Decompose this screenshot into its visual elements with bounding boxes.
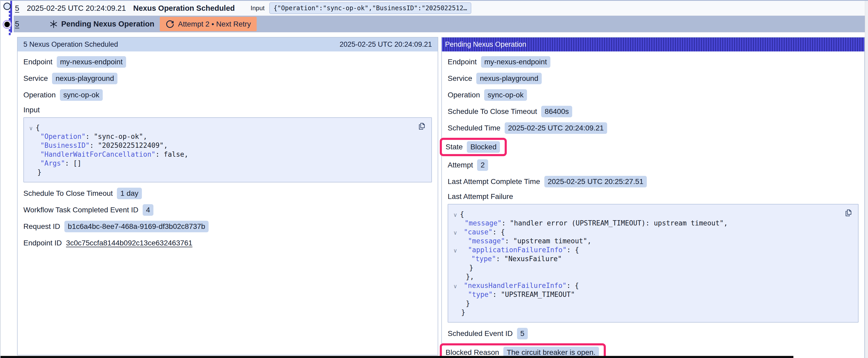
json-key: "Args": [40, 159, 65, 167]
json-text: : {: [567, 282, 579, 290]
field-value-badge: 2025-02-25 UTC 20:25:27.51: [544, 176, 647, 187]
json-viewer: ∨{"Operation": "sync-op-ok","BusinessID"…: [23, 117, 432, 183]
field-row: Endpoint ID3c0c75ccfa8144b092c13ce632463…: [23, 237, 432, 249]
field-value-badge: nexus-playground: [476, 73, 542, 84]
json-line: "BusinessID": "20250225122409",: [28, 141, 408, 150]
field-label: Endpoint: [23, 58, 53, 66]
event-id-link[interactable]: 5: [15, 4, 27, 12]
panel-title: 5 Nexus Operation Scheduled: [23, 40, 118, 48]
field-row: Servicenexus-playground: [448, 73, 859, 84]
json-line: "type": "UPSTREAM_TIMEOUT": [452, 290, 834, 299]
detail-panels: 5 Nexus Operation Scheduled 2025-02-25 U…: [17, 37, 865, 358]
json-line: ∨"nexusHandlerFailureInfo": {: [452, 281, 834, 290]
field-row: Schedule To Close Timeout1 day: [23, 188, 432, 199]
json-line-content: "type": "UPSTREAM_TIMEOUT": [459, 290, 575, 299]
temporal-event-history-screen: 5 2025-02-25 UTC 20:24:09.21 Nexus Opera…: [0, 0, 868, 358]
json-line: "Args": []: [28, 159, 408, 168]
scrollbar-track[interactable]: [865, 1, 868, 358]
field-row: Scheduled Time2025-02-25 UTC 20:24:09.21: [448, 122, 859, 134]
field-label: Workflow Task Completed Event ID: [23, 206, 138, 214]
field-row: StateBlocked: [448, 138, 859, 156]
field-label: State: [445, 143, 463, 151]
field-value-badge: 1 day: [117, 188, 142, 199]
json-line-content: "message": "handler error (UPSTREAM_TIME…: [459, 219, 728, 228]
json-text: }: [37, 168, 41, 176]
collapse-chevron-icon[interactable]: ∨: [452, 210, 459, 220]
event-detail-panel: 5 Nexus Operation Scheduled 2025-02-25 U…: [17, 37, 438, 355]
field-value-link[interactable]: 3c0c75ccfa8144b092c13ce632463761: [66, 239, 192, 247]
field-value-badge: Blocked: [467, 141, 500, 153]
timeline-marker-filled-icon[interactable]: [4, 22, 10, 27]
json-key: "BusinessID": [40, 141, 90, 149]
json-line: "message": "handler error (UPSTREAM_TIME…: [452, 219, 834, 228]
json-line: },: [452, 272, 834, 281]
collapse-chevron-icon[interactable]: ∨: [452, 246, 459, 255]
json-key: "Operation": [40, 133, 85, 140]
event-row-pending[interactable]: 5 Pending Nexus Operation Attempt 2 • Ne…: [14, 16, 865, 32]
json-text: {: [36, 124, 40, 131]
event-input-preview: {"Operation":"sync-op-ok","BusinessID":"…: [269, 2, 471, 14]
json-line-content: {: [34, 123, 40, 132]
json-line: ∨"cause": {: [452, 228, 834, 236]
pending-operation-panel-body: Endpointmy-nexus-endpointServicenexus-pl…: [442, 52, 864, 358]
json-line-content: "Args": []: [34, 159, 82, 168]
collapse-chevron-icon[interactable]: ∨: [452, 282, 459, 291]
json-section-label: Input: [23, 106, 432, 114]
json-text: : "sync-op-ok",: [86, 133, 147, 140]
json-key: "cause": [464, 228, 493, 236]
field-label: Schedule To Close Timeout: [23, 189, 113, 198]
field-label: Scheduled Time: [448, 124, 500, 132]
field-label: Endpoint ID: [23, 239, 62, 247]
annotation-highlight: StateBlocked: [440, 138, 507, 156]
json-line: ∨{: [452, 210, 834, 219]
event-detail-panel-header: 5 Nexus Operation Scheduled 2025-02-25 U…: [18, 37, 438, 52]
timeline-marker-open-icon[interactable]: [4, 3, 10, 10]
field-label: Operation: [23, 91, 56, 99]
json-line: }: [28, 168, 408, 176]
field-value-badge: my-nexus-endpoint: [481, 56, 550, 68]
field-value-badge: b1c6a4bc-8ee7-468a-9169-df3b02c8737b: [64, 221, 209, 232]
field-row: Attempt2: [448, 159, 859, 171]
pending-operation-panel: Pending Nexus Operation Endpointmy-nexus…: [441, 37, 865, 358]
json-line-content: "nexusHandlerFailureInfo": {: [459, 281, 579, 290]
json-line-content: }: [459, 263, 473, 272]
event-id-link[interactable]: 5: [15, 20, 27, 28]
collapse-chevron-icon[interactable]: ∨: [28, 124, 34, 133]
json-key: "message": [464, 219, 501, 227]
json-text: : {: [567, 246, 579, 254]
bottom-divider: [1, 356, 794, 358]
field-value-badge: 2: [477, 159, 488, 171]
json-text: : false,: [156, 151, 188, 158]
pending-operation-panel-header: Pending Nexus Operation: [442, 37, 864, 52]
json-text: : {: [493, 228, 505, 236]
field-row: Operationsync-op-ok: [23, 89, 432, 101]
event-time: 2025-02-25 UTC 20:24:09.21: [27, 4, 133, 12]
event-row-scheduled[interactable]: 5 2025-02-25 UTC 20:24:09.21 Nexus Opera…: [14, 1, 865, 16]
collapse-chevron-icon[interactable]: ∨: [452, 228, 459, 237]
json-line-content: "type": "NexusFailure": [459, 254, 562, 263]
json-line-content: "message": "upstream timeout",: [459, 236, 591, 246]
json-text: {: [460, 210, 464, 218]
json-key: "HandlerWaitForCancellation": [40, 151, 155, 158]
copy-icon[interactable]: [417, 122, 426, 130]
gutter-spacer: [452, 237, 459, 246]
json-key: "message": [468, 237, 505, 245]
json-section-label: Last Attempt Failure: [448, 192, 859, 201]
json-text: }: [469, 264, 473, 272]
field-value-badge: 4: [143, 204, 154, 216]
json-line-content: "Operation": "sync-op-ok",: [34, 132, 147, 141]
json-line-content: }: [34, 168, 41, 176]
json-line: "Operation": "sync-op-ok",: [28, 132, 408, 141]
gutter-spacer: [28, 142, 34, 151]
json-line-content: "cause": {: [459, 228, 505, 236]
field-row: Workflow Task Completed Event ID4: [23, 204, 432, 216]
pending-operation-group: Pending Nexus Operation Attempt 2 • Next…: [49, 17, 257, 31]
json-line-content: "BusinessID": "20250225122409",: [34, 141, 168, 150]
json-line-content: },: [459, 272, 474, 281]
gutter-spacer: [28, 133, 34, 142]
panel-timestamp: 2025-02-25 UTC 20:24:09.21: [340, 40, 432, 48]
json-text: : "upstream timeout",: [505, 237, 591, 245]
json-key: "nexusHandlerFailureInfo": [464, 282, 566, 290]
copy-icon[interactable]: [844, 209, 852, 217]
event-title: Pending Nexus Operation: [61, 20, 154, 28]
